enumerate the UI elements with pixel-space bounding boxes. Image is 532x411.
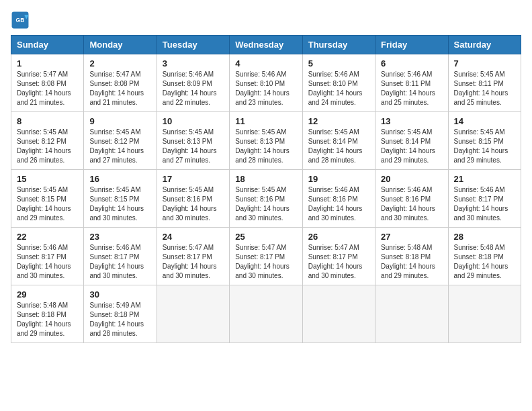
cell-info: Sunrise: 5:45 AM Sunset: 8:14 PM Dayligh… (381, 128, 442, 165)
day-number: 27 (381, 232, 442, 242)
calendar-cell: 25 Sunrise: 5:47 AM Sunset: 8:17 PM Dayl… (230, 228, 302, 285)
cell-info: Sunrise: 5:46 AM Sunset: 8:11 PM Dayligh… (381, 70, 442, 107)
calendar-cell (375, 285, 448, 343)
day-number: 19 (308, 174, 369, 184)
cell-info: Sunrise: 5:48 AM Sunset: 8:18 PM Dayligh… (17, 301, 78, 338)
calendar-cell: 17 Sunrise: 5:45 AM Sunset: 8:16 PM Dayl… (157, 170, 229, 228)
day-number: 23 (89, 232, 150, 242)
calendar-cell: 13 Sunrise: 5:45 AM Sunset: 8:14 PM Dayl… (375, 112, 448, 170)
day-number: 14 (454, 116, 515, 126)
cell-info: Sunrise: 5:45 AM Sunset: 8:16 PM Dayligh… (163, 185, 224, 223)
cell-info: Sunrise: 5:45 AM Sunset: 8:14 PM Dayligh… (308, 128, 369, 165)
calendar-cell: 29 Sunrise: 5:48 AM Sunset: 8:18 PM Dayl… (11, 285, 84, 343)
page-header: GB (11, 11, 521, 30)
calendar-cell: 1 Sunrise: 5:47 AM Sunset: 8:08 PM Dayli… (11, 54, 84, 112)
day-number: 29 (17, 289, 78, 300)
calendar-cell: 24 Sunrise: 5:47 AM Sunset: 8:17 PM Dayl… (157, 228, 229, 285)
day-number: 10 (163, 116, 224, 126)
day-number: 7 (454, 58, 515, 68)
calendar-cell: 22 Sunrise: 5:46 AM Sunset: 8:17 PM Dayl… (11, 228, 84, 285)
cell-info: Sunrise: 5:46 AM Sunset: 8:17 PM Dayligh… (454, 185, 515, 223)
day-number: 30 (89, 289, 150, 300)
cell-info: Sunrise: 5:46 AM Sunset: 8:17 PM Dayligh… (89, 243, 150, 281)
day-number: 21 (454, 174, 515, 184)
cell-info: Sunrise: 5:46 AM Sunset: 8:10 PM Dayligh… (235, 70, 296, 107)
cell-info: Sunrise: 5:48 AM Sunset: 8:18 PM Dayligh… (454, 243, 515, 281)
calendar-cell: 15 Sunrise: 5:45 AM Sunset: 8:15 PM Dayl… (11, 170, 84, 228)
day-number: 1 (17, 58, 78, 68)
weekday-header: Saturday (448, 36, 521, 54)
cell-info: Sunrise: 5:46 AM Sunset: 8:09 PM Dayligh… (163, 70, 224, 107)
weekday-header: Tuesday (157, 36, 229, 54)
calendar-cell: 12 Sunrise: 5:45 AM Sunset: 8:14 PM Dayl… (302, 112, 375, 170)
cell-info: Sunrise: 5:47 AM Sunset: 8:17 PM Dayligh… (308, 243, 369, 281)
day-number: 6 (381, 58, 442, 68)
calendar-cell: 18 Sunrise: 5:45 AM Sunset: 8:16 PM Dayl… (230, 170, 302, 228)
logo: GB (11, 11, 32, 30)
calendar-cell: 26 Sunrise: 5:47 AM Sunset: 8:17 PM Dayl… (302, 228, 375, 285)
weekday-header: Wednesday (230, 36, 302, 54)
day-number: 26 (308, 232, 369, 242)
calendar-week-row: 1 Sunrise: 5:47 AM Sunset: 8:08 PM Dayli… (11, 54, 521, 112)
calendar-cell (448, 285, 521, 343)
cell-info: Sunrise: 5:47 AM Sunset: 8:08 PM Dayligh… (89, 70, 150, 107)
weekday-header: Friday (375, 36, 448, 54)
calendar-cell: 14 Sunrise: 5:45 AM Sunset: 8:15 PM Dayl… (448, 112, 521, 170)
calendar-week-row: 15 Sunrise: 5:45 AM Sunset: 8:15 PM Dayl… (11, 170, 521, 228)
calendar-cell: 28 Sunrise: 5:48 AM Sunset: 8:18 PM Dayl… (448, 228, 521, 285)
cell-info: Sunrise: 5:45 AM Sunset: 8:15 PM Dayligh… (454, 128, 515, 165)
cell-info: Sunrise: 5:49 AM Sunset: 8:18 PM Dayligh… (89, 301, 150, 338)
weekday-header: Sunday (11, 36, 84, 54)
cell-info: Sunrise: 5:45 AM Sunset: 8:12 PM Dayligh… (89, 128, 150, 165)
weekday-header: Thursday (302, 36, 375, 54)
day-number: 4 (235, 58, 296, 68)
day-number: 9 (89, 116, 150, 126)
cell-info: Sunrise: 5:46 AM Sunset: 8:16 PM Dayligh… (381, 185, 442, 223)
calendar-cell: 30 Sunrise: 5:49 AM Sunset: 8:18 PM Dayl… (84, 285, 157, 343)
cell-info: Sunrise: 5:45 AM Sunset: 8:13 PM Dayligh… (235, 128, 296, 165)
cell-info: Sunrise: 5:45 AM Sunset: 8:12 PM Dayligh… (17, 128, 78, 165)
calendar-cell: 16 Sunrise: 5:45 AM Sunset: 8:15 PM Dayl… (84, 170, 157, 228)
calendar-cell: 9 Sunrise: 5:45 AM Sunset: 8:12 PM Dayli… (84, 112, 157, 170)
day-number: 5 (308, 58, 369, 68)
cell-info: Sunrise: 5:47 AM Sunset: 8:17 PM Dayligh… (163, 243, 224, 281)
calendar-header-row: SundayMondayTuesdayWednesdayThursdayFrid… (11, 36, 521, 54)
day-number: 13 (381, 116, 442, 126)
cell-info: Sunrise: 5:45 AM Sunset: 8:16 PM Dayligh… (235, 185, 296, 223)
cell-info: Sunrise: 5:45 AM Sunset: 8:13 PM Dayligh… (163, 128, 224, 165)
day-number: 8 (17, 116, 78, 126)
calendar-cell: 11 Sunrise: 5:45 AM Sunset: 8:13 PM Dayl… (230, 112, 302, 170)
calendar-cell: 27 Sunrise: 5:48 AM Sunset: 8:18 PM Dayl… (375, 228, 448, 285)
calendar-cell: 5 Sunrise: 5:46 AM Sunset: 8:10 PM Dayli… (302, 54, 375, 112)
day-number: 3 (163, 58, 224, 68)
calendar-cell: 8 Sunrise: 5:45 AM Sunset: 8:12 PM Dayli… (11, 112, 84, 170)
calendar-table: SundayMondayTuesdayWednesdayThursdayFrid… (11, 35, 521, 343)
calendar-cell: 7 Sunrise: 5:45 AM Sunset: 8:11 PM Dayli… (448, 54, 521, 112)
calendar-week-row: 22 Sunrise: 5:46 AM Sunset: 8:17 PM Dayl… (11, 228, 521, 285)
calendar-cell: 2 Sunrise: 5:47 AM Sunset: 8:08 PM Dayli… (84, 54, 157, 112)
calendar-cell: 23 Sunrise: 5:46 AM Sunset: 8:17 PM Dayl… (84, 228, 157, 285)
cell-info: Sunrise: 5:45 AM Sunset: 8:15 PM Dayligh… (89, 185, 150, 223)
calendar-cell: 6 Sunrise: 5:46 AM Sunset: 8:11 PM Dayli… (375, 54, 448, 112)
cell-info: Sunrise: 5:48 AM Sunset: 8:18 PM Dayligh… (381, 243, 442, 281)
day-number: 24 (163, 232, 224, 242)
day-number: 16 (89, 174, 150, 184)
calendar-cell (302, 285, 375, 343)
cell-info: Sunrise: 5:47 AM Sunset: 8:17 PM Dayligh… (235, 243, 296, 281)
calendar-cell (157, 285, 229, 343)
calendar-cell: 4 Sunrise: 5:46 AM Sunset: 8:10 PM Dayli… (230, 54, 302, 112)
cell-info: Sunrise: 5:46 AM Sunset: 8:16 PM Dayligh… (308, 185, 369, 223)
day-number: 15 (17, 174, 78, 184)
cell-info: Sunrise: 5:45 AM Sunset: 8:11 PM Dayligh… (454, 70, 515, 107)
weekday-header: Monday (84, 36, 157, 54)
calendar-cell: 19 Sunrise: 5:46 AM Sunset: 8:16 PM Dayl… (302, 170, 375, 228)
calendar-cell: 20 Sunrise: 5:46 AM Sunset: 8:16 PM Dayl… (375, 170, 448, 228)
day-number: 2 (89, 58, 150, 68)
day-number: 22 (17, 232, 78, 242)
calendar-cell: 10 Sunrise: 5:45 AM Sunset: 8:13 PM Dayl… (157, 112, 229, 170)
cell-info: Sunrise: 5:47 AM Sunset: 8:08 PM Dayligh… (17, 70, 78, 107)
calendar-cell (230, 285, 302, 343)
logo-icon: GB (11, 11, 30, 30)
calendar-week-row: 29 Sunrise: 5:48 AM Sunset: 8:18 PM Dayl… (11, 285, 521, 343)
day-number: 18 (235, 174, 296, 184)
